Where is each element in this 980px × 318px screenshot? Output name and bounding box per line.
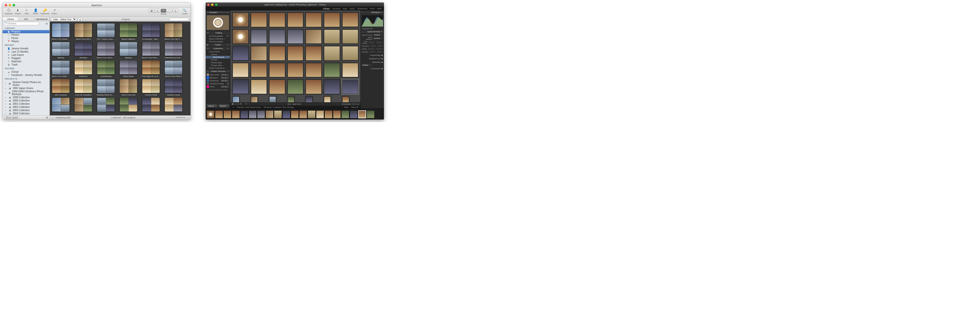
grid-cell[interactable] [305, 79, 322, 95]
project-cell[interactable]: To Brussels - Early… [142, 23, 160, 40]
publish-service[interactable]: FacebookSet Up… [205, 79, 230, 82]
qd-select[interactable]: As Shot [373, 37, 383, 40]
sidebar-item[interactable]: ✕Rejected [3, 60, 49, 63]
loupe-view-icon[interactable]: ▭ [235, 103, 236, 105]
catalog-item[interactable]: Quick Collection + [205, 37, 230, 40]
setup-button[interactable]: Set Up… [221, 74, 229, 76]
setup-button[interactable]: Set Up… [221, 86, 229, 88]
panel-comments[interactable]: Comments ◀ [361, 67, 384, 70]
grid-cell[interactable] [342, 12, 359, 27]
grid-cell[interactable] [323, 12, 340, 28]
project-cell[interactable]: Bang+Olafsson [119, 23, 137, 40]
filmstrip-cell[interactable] [350, 110, 358, 118]
search-gear-icon[interactable]: ⚙ [45, 22, 48, 25]
project-cell[interactable]: Items From Set 2 [74, 23, 92, 40]
search-input[interactable] [4, 22, 39, 25]
grid-cell[interactable] [269, 12, 286, 28]
module-book[interactable]: Book [350, 8, 355, 10]
disclosure-triangle-icon[interactable]: ▸ [5, 83, 7, 85]
filmstrip-cell[interactable] [249, 110, 257, 118]
module-map[interactable]: Map [343, 8, 347, 10]
folders-header[interactable]: ▶Folders+ [205, 43, 230, 46]
thumb-size-large-icon[interactable]: ▪ [188, 116, 189, 119]
sort-dropdown[interactable]: Date - Oldest First [51, 18, 76, 21]
filmstrip-cell[interactable] [367, 110, 375, 118]
module-library[interactable]: Library [323, 8, 330, 10]
second-window-icon[interactable]: ▭ [232, 106, 234, 108]
keywords-button[interactable]: 🔑Keywords [41, 8, 49, 14]
qd-plus[interactable] [377, 51, 383, 53]
project-cell[interactable]: Set 3 Vaduz Liecht… [97, 23, 115, 40]
qd-select[interactable]: Custom [373, 34, 383, 36]
filmstrip-cell[interactable] [240, 110, 248, 118]
disclosure-triangle-icon[interactable]: ▸ [5, 106, 7, 108]
disclosure-triangle-icon[interactable]: ▸ [5, 103, 7, 105]
sort-value[interactable]: Label Color [292, 103, 301, 105]
publish-header[interactable]: ▼Publish Services+ [205, 69, 230, 73]
grid-cell[interactable] [287, 12, 304, 28]
project-cell[interactable] [164, 97, 183, 112]
sidebar-item[interactable]: ▸▣2000 Collection [3, 99, 49, 102]
project-cell[interactable]: Conseil d'Etat [142, 79, 160, 96]
import-button[interactable]: ⬇Import [14, 8, 22, 14]
grid-cell[interactable] [250, 12, 267, 28]
module-develop[interactable]: Develop [332, 8, 340, 10]
sidebar-item[interactable]: ▸▣Historic Family Photos inc Scans [3, 81, 49, 86]
filmstrip-cell[interactable] [223, 110, 231, 118]
project-cell[interactable]: Items From Weeks… [52, 23, 70, 40]
filters-off[interactable]: Filters Off [351, 106, 358, 108]
sort-direction-button[interactable]: ▲ [78, 18, 82, 21]
qd-minus[interactable] [370, 45, 376, 47]
filmstrip-cell[interactable] [358, 110, 366, 118]
filmstrip-cell[interactable] [291, 110, 299, 118]
sidebar-item[interactable]: 👤Jeremy Horwitz [3, 47, 49, 50]
filmstrip-cell[interactable] [341, 110, 349, 118]
collection-item[interactable]: Most Recent…700 [205, 56, 230, 59]
grid-cell[interactable] [250, 29, 267, 45]
qd-plus[interactable] [377, 45, 383, 47]
thumb-size-small-icon[interactable]: ▫ [173, 116, 174, 119]
collection-item[interactable]: Photos Hidd… [205, 64, 230, 67]
grid-cell[interactable] [287, 45, 304, 61]
grid-cell[interactable] [323, 96, 331, 102]
setup-button[interactable]: Set Up… [221, 77, 229, 78]
qd-minus[interactable] [368, 41, 375, 44]
grid-cell[interactable] [342, 62, 359, 78]
project-cell[interactable]: Atomium [74, 42, 92, 59]
sidebar-item[interactable]: ⬇Last Import [3, 53, 49, 57]
sidebar-item[interactable]: ▭Photos [3, 33, 49, 37]
sidebar-item[interactable]: ▣Projects [3, 30, 49, 33]
grid-cell[interactable] [269, 62, 286, 78]
grid-cell[interactable] [232, 29, 249, 45]
disclosure-triangle-icon[interactable]: ▸ [5, 92, 7, 94]
grid-cell[interactable] [250, 62, 267, 78]
project-cell[interactable] [97, 97, 115, 112]
name-button[interactable]: 👤Name [32, 8, 40, 14]
view-viewer-button[interactable]: ▭ [161, 9, 166, 13]
project-cell[interactable]: Boating Siene from… [97, 79, 115, 96]
grid-cell[interactable] [269, 79, 286, 95]
project-search-input[interactable] [169, 18, 189, 21]
grid-cell[interactable] [232, 62, 249, 78]
grid-cell[interactable] [305, 96, 313, 102]
filmstrip-cell[interactable] [257, 110, 265, 118]
grid-cell[interactable] [250, 96, 258, 102]
sidebar-item[interactable]: ▸▣1999 Collection [3, 96, 49, 99]
gear-icon[interactable]: ⚙ [46, 116, 48, 119]
export-button[interactable]: Export… [218, 104, 229, 108]
collection-item[interactable]: From iPhoto [205, 50, 230, 53]
module-print[interactable]: Print [370, 8, 375, 10]
grid-cell[interactable] [269, 29, 286, 45]
catalog-header[interactable]: ▼Catalog [205, 31, 230, 35]
sidebar-item[interactable]: ▸▣2003 Collection [3, 109, 49, 112]
view-dual-button[interactable]: ◎ [173, 9, 178, 13]
project-cell[interactable]: First Night at La G… [142, 60, 160, 77]
project-cell[interactable]: Items From Set 4 B… [164, 23, 183, 40]
grid-cell[interactable] [250, 79, 267, 95]
filmstrip[interactable] [205, 109, 384, 120]
qd-minus[interactable] [368, 48, 375, 50]
inspector-button[interactable]: ⓘInspector [5, 8, 13, 14]
grid-cell[interactable] [305, 62, 322, 78]
metadata-preset[interactable]: Default [362, 64, 372, 67]
project-cell[interactable] [52, 97, 70, 112]
